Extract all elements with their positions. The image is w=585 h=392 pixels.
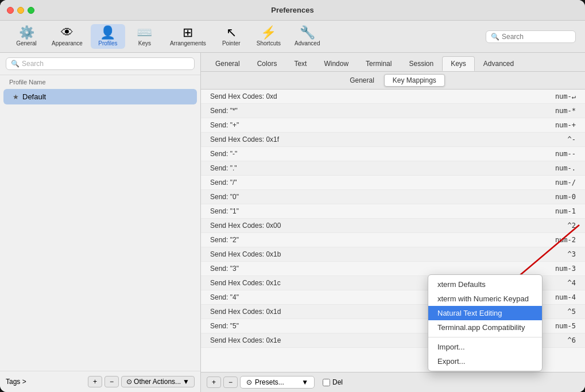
- key-action: Send Hex Codes: 0x1e: [210, 336, 281, 344]
- main-content: 🔍 Profile Name ★ Default Tags > + − ⊙ Ot…: [0, 53, 585, 392]
- table-row[interactable]: Send: "." num-.: [201, 161, 585, 176]
- toolbar-item-pointer[interactable]: ↖ Pointer: [214, 24, 249, 49]
- tab-terminal[interactable]: Terminal: [357, 56, 400, 71]
- table-row[interactable]: Send: "+" num-+: [201, 118, 585, 133]
- profile-item-default[interactable]: ★ Default: [3, 89, 197, 104]
- key-action: Send Hex Codes: 0x1b: [210, 250, 281, 258]
- toolbar-label-arrangements: Arrangements: [170, 40, 206, 46]
- toolbar-item-profiles[interactable]: 👤 Profiles: [91, 24, 125, 49]
- key-action: Send: "0": [210, 193, 239, 201]
- detail-bottom-bar: + − ⊙ Presets... ▼ Del xterm Defaults xt: [201, 372, 585, 392]
- other-actions-arrow: ▼: [183, 378, 189, 386]
- sidebar-search-input[interactable]: [22, 60, 189, 68]
- menu-item-natural-text[interactable]: Natural Text Editing: [428, 306, 542, 320]
- toolbar-item-appearance[interactable]: 👁 Appearance: [46, 24, 88, 49]
- sidebar-remove-button[interactable]: −: [104, 376, 119, 387]
- sidebar-search-icon: 🔍: [11, 60, 20, 68]
- toolbar-item-arrangements[interactable]: ⊞ Arrangements: [164, 24, 212, 49]
- preferences-window: Preferences ⚙️ General 👁 Appearance 👤 Pr…: [0, 0, 585, 392]
- general-icon: ⚙️: [19, 26, 34, 39]
- presets-dropdown: xterm Defaults xterm with Numeric Keypad…: [428, 274, 543, 371]
- key-binding: num-3: [555, 265, 576, 273]
- key-action: Send: "2": [210, 236, 239, 244]
- profiles-icon: 👤: [100, 26, 115, 39]
- sidebar-search-box[interactable]: 🔍: [6, 57, 195, 70]
- tab-keys[interactable]: Keys: [442, 56, 475, 71]
- key-action: Send: "4": [210, 293, 239, 301]
- subtab-general[interactable]: General: [341, 74, 383, 87]
- detail-add-button[interactable]: +: [207, 377, 221, 388]
- subtab-bar: General Key Mappings: [201, 72, 585, 90]
- table-row[interactable]: Send: "/" num-/: [201, 176, 585, 190]
- key-binding: num-↵: [555, 92, 576, 100]
- key-action: Send: "3": [210, 265, 239, 273]
- del-label: Del: [332, 378, 343, 386]
- detail-panel: General Colors Text Window Terminal Sess…: [201, 53, 585, 392]
- toolbar-item-keys[interactable]: ⌨️ Keys: [127, 24, 162, 49]
- table-row[interactable]: Send: "1" num-1: [201, 204, 585, 219]
- toolbar-label-advanced: Advanced: [295, 40, 320, 46]
- sidebar-bottom: Tags > + − ⊙ Other Actions... ▼: [0, 371, 200, 392]
- menu-item-xterm-defaults[interactable]: xterm Defaults: [428, 277, 542, 292]
- key-binding: num-*: [555, 107, 576, 115]
- table-row[interactable]: Send: "-" num--: [201, 147, 585, 161]
- menu-item-terminal-compat[interactable]: Terminal.app Compatibility: [428, 320, 542, 335]
- key-action: Send Hex Codes: 0x00: [210, 222, 281, 230]
- table-row[interactable]: Send: "*" num-*: [201, 104, 585, 118]
- sidebar-add-button[interactable]: +: [88, 376, 102, 387]
- toolbar-item-advanced[interactable]: 🔧 Advanced: [289, 24, 326, 49]
- tab-window[interactable]: Window: [315, 56, 357, 71]
- menu-item-xterm-numeric[interactable]: xterm with Numeric Keypad: [428, 292, 542, 306]
- subtab-keymappings[interactable]: Key Mappings: [384, 74, 445, 87]
- tab-bar: General Colors Text Window Terminal Sess…: [201, 53, 585, 72]
- key-action: Send: "+": [210, 121, 239, 129]
- pointer-icon: ↖: [226, 26, 237, 39]
- menu-item-import[interactable]: Import...: [428, 340, 542, 354]
- sidebar: 🔍 Profile Name ★ Default Tags > + − ⊙ Ot…: [0, 53, 201, 392]
- toolbar-label-appearance: Appearance: [52, 40, 83, 46]
- key-binding: num-+: [555, 121, 576, 129]
- toolbar: ⚙️ General 👁 Appearance 👤 Profiles ⌨️ Ke…: [0, 21, 585, 53]
- toolbar-label-pointer: Pointer: [222, 40, 241, 46]
- tab-colors[interactable]: Colors: [249, 56, 286, 71]
- key-binding: ^2: [568, 222, 576, 230]
- table-row[interactable]: Send Hex Codes: 0x00 ^2: [201, 219, 585, 233]
- sidebar-search-area: 🔍: [0, 53, 200, 75]
- toolbar-item-general[interactable]: ⚙️ General: [9, 24, 44, 49]
- other-actions-button[interactable]: ⊙ Other Actions... ▼: [121, 376, 195, 387]
- key-action: Send: "1": [210, 207, 239, 215]
- titlebar: Preferences: [0, 0, 585, 21]
- key-action: Send: "-": [210, 150, 237, 158]
- star-icon: ★: [13, 93, 19, 101]
- tags-label[interactable]: Tags >: [6, 378, 26, 386]
- menu-item-export[interactable]: Export...: [428, 354, 542, 368]
- minimize-button[interactable]: [17, 7, 24, 14]
- tab-session[interactable]: Session: [400, 56, 442, 71]
- table-row[interactable]: Send: "2" num-2: [201, 233, 585, 247]
- presets-button[interactable]: ⊙ Presets... ▼: [240, 376, 315, 389]
- key-binding: ^4: [568, 279, 576, 287]
- close-button[interactable]: [7, 7, 14, 14]
- key-binding: num-5: [555, 322, 576, 330]
- tab-advanced[interactable]: Advanced: [475, 56, 522, 71]
- tab-text[interactable]: Text: [285, 56, 315, 71]
- toolbar-item-shortcuts[interactable]: ⚡ Shortcuts: [251, 24, 286, 49]
- shortcuts-icon: ⚡: [261, 26, 276, 39]
- toolbar-label-shortcuts: Shortcuts: [257, 40, 281, 46]
- arrangements-icon: ⊞: [183, 26, 193, 39]
- table-row[interactable]: Send Hex Codes: 0xd num-↵: [201, 90, 585, 104]
- table-row[interactable]: Send Hex Codes: 0x1b ^3: [201, 247, 585, 262]
- table-row[interactable]: Send: "0" num-0: [201, 190, 585, 204]
- search-icon: 🔍: [491, 33, 499, 41]
- tab-general[interactable]: General: [207, 56, 249, 71]
- maximize-button[interactable]: [28, 7, 34, 14]
- table-row[interactable]: Send Hex Codes: 0x1f ^-: [201, 133, 585, 147]
- key-action: Send: "/": [210, 178, 237, 187]
- key-binding: ^5: [568, 308, 576, 316]
- key-binding: num-.: [555, 164, 576, 172]
- toolbar-search[interactable]: 🔍: [486, 30, 576, 43]
- del-checkbox[interactable]: [323, 379, 330, 386]
- detail-remove-button[interactable]: −: [223, 377, 238, 388]
- search-input[interactable]: [502, 33, 571, 41]
- key-action: Send: ".": [210, 164, 237, 172]
